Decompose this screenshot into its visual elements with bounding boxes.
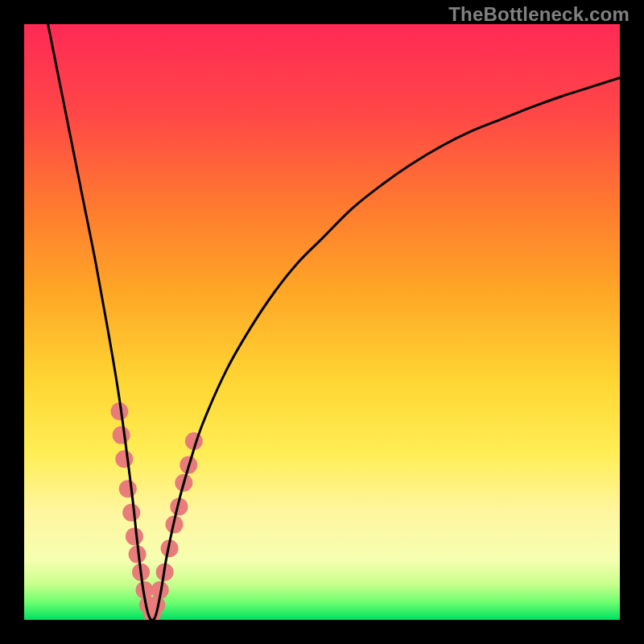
curve-marker [126, 527, 143, 545]
chart-frame: TheBottleneck.com [0, 0, 644, 644]
gradient-background [24, 24, 620, 620]
curve-marker [113, 427, 130, 444]
watermark-text: TheBottleneck.com [448, 3, 630, 26]
curve-marker [119, 480, 137, 497]
curve-marker [115, 450, 133, 468]
bottleneck-plot [24, 24, 620, 620]
curve-marker [122, 504, 140, 522]
